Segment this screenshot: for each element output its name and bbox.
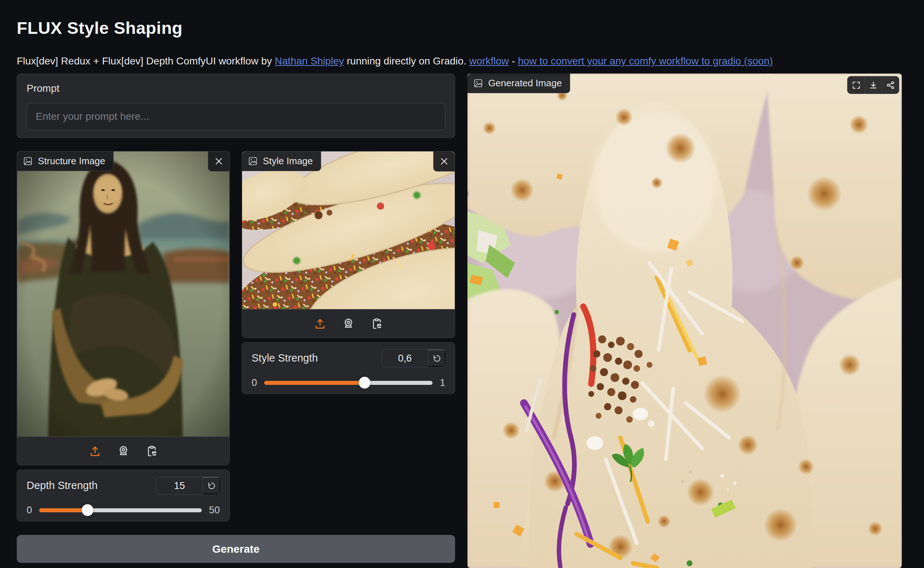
structure-image-preview [17, 151, 229, 438]
image-icon [473, 78, 483, 88]
style-strength-value-group: 0,6 [382, 349, 446, 367]
author-link[interactable]: Nathan Shipley [275, 55, 344, 66]
depth-strength-slider: 0 50 [17, 502, 229, 518]
prompt-input[interactable] [27, 103, 445, 130]
upload-icon[interactable] [314, 317, 326, 330]
image-icon [23, 156, 33, 166]
depth-strength-fill [39, 508, 88, 512]
upload-icon[interactable] [89, 444, 101, 458]
style-strength-slider: 0 1 [242, 375, 455, 391]
style-image-close-button[interactable] [433, 151, 455, 172]
generated-image-artwork [468, 74, 902, 568]
subtitle-text-2: running directly on Gradio. [344, 55, 469, 66]
style-image-block: Style Image [242, 151, 455, 338]
flux-style-shaping-app: FLUX Style Shaping Flux[dev] Redux + Flu… [0, 0, 924, 568]
style-image-chip: Style Image [242, 151, 321, 171]
prompt-panel: Prompt [17, 74, 455, 138]
mona-lisa-artwork [17, 151, 230, 438]
howto-link[interactable]: how to convert your any comfy workflow t… [518, 55, 773, 66]
generated-image-panel: Generated Image [468, 74, 902, 568]
subtitle: Flux[dev] Redux + Flux[dev] Depth ComfyU… [17, 55, 773, 67]
close-icon [439, 156, 449, 166]
style-strength-track[interactable] [264, 381, 432, 385]
share-icon[interactable] [882, 77, 899, 94]
style-strength-reset-button[interactable] [428, 349, 445, 367]
image-icon [248, 156, 258, 166]
depth-strength-block: Depth Strength 15 0 50 [17, 470, 230, 521]
structure-image-close-button[interactable] [208, 151, 229, 172]
depth-strength-value-group: 15 [156, 477, 220, 495]
style-image-label: Style Image [263, 156, 313, 167]
tacos-artwork [242, 151, 455, 310]
style-strength-handle[interactable] [359, 377, 371, 389]
depth-strength-value[interactable]: 15 [157, 477, 202, 494]
style-image-toolbar [242, 309, 455, 337]
download-icon[interactable] [865, 77, 882, 94]
subtitle-text-1: Flux[dev] Redux + Flux[dev] Depth ComfyU… [17, 55, 275, 66]
depth-strength-track[interactable] [39, 508, 202, 512]
style-strength-block: Style Strength 0,6 0 1 [242, 342, 455, 394]
style-strength-label: Style Strength [252, 352, 318, 364]
depth-strength-handle[interactable] [82, 504, 94, 516]
fullscreen-icon[interactable] [847, 77, 865, 94]
slider-min-label: 0 [252, 377, 257, 388]
depth-strength-reset-button[interactable] [202, 477, 220, 494]
generated-image-toolbar [847, 76, 899, 94]
depth-strength-label: Depth Strength [27, 479, 98, 491]
close-icon [214, 156, 224, 166]
reset-icon [432, 354, 441, 363]
style-strength-value[interactable]: 0,6 [382, 349, 428, 367]
webcam-icon[interactable] [117, 444, 130, 458]
style-strength-fill [264, 381, 365, 385]
slider-max-label: 50 [209, 505, 220, 516]
generate-button[interactable]: Generate [17, 535, 455, 563]
generated-image-chip: Generated Image [468, 74, 570, 93]
clipboard-image-icon[interactable] [145, 444, 159, 458]
subtitle-text-3: - [509, 55, 518, 66]
style-image-preview [242, 151, 455, 310]
structure-image-chip: Structure Image [17, 151, 113, 171]
structure-image-label: Structure Image [38, 156, 105, 167]
generated-image-label: Generated Image [488, 77, 562, 89]
clipboard-image-icon[interactable] [370, 317, 383, 330]
slider-min-label: 0 [27, 505, 32, 516]
page-title: FLUX Style Shaping [17, 18, 183, 38]
prompt-label: Prompt [27, 83, 59, 94]
structure-image-toolbar [17, 437, 229, 465]
webcam-icon[interactable] [342, 317, 355, 330]
structure-image-block: Structure Image [17, 151, 230, 465]
slider-max-label: 1 [440, 377, 445, 388]
reset-icon [207, 481, 216, 491]
workflow-link[interactable]: workflow [469, 55, 509, 66]
